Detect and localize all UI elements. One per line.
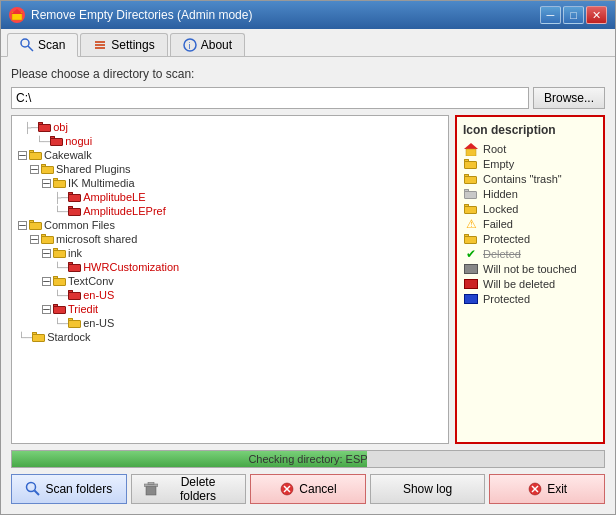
svg-rect-10 bbox=[466, 149, 476, 156]
svg-line-12 bbox=[35, 491, 40, 496]
settings-tab-label: Settings bbox=[111, 38, 154, 52]
tree-item: ├─ AmplitubeLE bbox=[16, 190, 444, 204]
delete-button-icon bbox=[144, 481, 159, 497]
item-label: Cakewalk bbox=[44, 149, 92, 161]
tree-item: ─ Common Files bbox=[16, 218, 444, 232]
show-log-label: Show log bbox=[403, 482, 452, 496]
legend-label: Empty bbox=[483, 158, 514, 170]
legend-item-protected: Protected bbox=[463, 233, 597, 245]
title-buttons: ─ □ ✕ bbox=[540, 6, 607, 24]
item-label: Shared Plugins bbox=[56, 163, 131, 175]
connector: └─ bbox=[54, 318, 68, 329]
content-area: Please choose a directory to scan: Brows… bbox=[1, 57, 615, 514]
svg-rect-13 bbox=[146, 486, 156, 495]
item-label: Common Files bbox=[44, 219, 115, 231]
svg-point-2 bbox=[21, 39, 29, 47]
expand-icon[interactable]: ─ bbox=[30, 235, 39, 244]
tree-item: ─ ink bbox=[16, 246, 444, 260]
tree-item: └─ HWRCustomization bbox=[16, 260, 444, 274]
legend-label: Failed bbox=[483, 218, 513, 230]
tree-item: └─ Stardock bbox=[16, 330, 444, 344]
item-label: AmplitubeLE bbox=[83, 191, 145, 203]
legend-label: Will not be touched bbox=[483, 263, 577, 275]
tree-item: ─ TextConv bbox=[16, 274, 444, 288]
exit-button-icon bbox=[527, 481, 543, 497]
app-icon bbox=[9, 7, 25, 23]
main-window: Remove Empty Directories (Admin mode) ─ … bbox=[0, 0, 616, 515]
legend-label: Will be deleted bbox=[483, 278, 555, 290]
connector: └─ bbox=[36, 136, 50, 147]
item-label: obj bbox=[53, 121, 68, 133]
expand-icon[interactable]: ─ bbox=[42, 305, 51, 314]
legend-item-empty: Empty bbox=[463, 158, 597, 170]
hidden-folder-icon bbox=[463, 188, 479, 200]
legend-item-failed: ⚠ Failed bbox=[463, 218, 597, 230]
delete-folders-button[interactable]: Delete folders bbox=[131, 474, 247, 504]
about-tab-icon: i bbox=[183, 38, 197, 52]
item-label: microsoft shared bbox=[56, 233, 137, 245]
folder-icon bbox=[53, 248, 66, 258]
item-label: IK Multimedia bbox=[68, 177, 135, 189]
item-label: AmplitudeLEPref bbox=[83, 205, 166, 217]
show-log-button[interactable]: Show log bbox=[370, 474, 486, 504]
legend-label: Hidden bbox=[483, 188, 518, 200]
tree-content[interactable]: ├─ obj └─ nogui ─ bbox=[12, 116, 448, 443]
exit-label: Exit bbox=[547, 482, 567, 496]
folder-icon bbox=[53, 304, 66, 314]
legend-label: Root bbox=[483, 143, 506, 155]
tab-scan[interactable]: Scan bbox=[7, 33, 78, 57]
maximize-button[interactable]: □ bbox=[563, 6, 584, 24]
expand-icon[interactable]: ─ bbox=[30, 165, 39, 174]
svg-marker-9 bbox=[464, 143, 478, 149]
item-label: HWRCustomization bbox=[83, 261, 179, 273]
tab-settings[interactable]: Settings bbox=[80, 33, 167, 56]
settings-tab-icon bbox=[93, 38, 107, 52]
legend-panel: Icon description Root bbox=[455, 115, 605, 444]
expand-icon[interactable]: ─ bbox=[42, 179, 51, 188]
svg-line-3 bbox=[28, 46, 33, 51]
check-icon: ✔ bbox=[466, 247, 476, 261]
svg-rect-15 bbox=[148, 482, 154, 485]
deleted-icon: ✔ bbox=[463, 248, 479, 260]
cancel-label: Cancel bbox=[299, 482, 336, 496]
tab-about[interactable]: i About bbox=[170, 33, 245, 56]
button-bar: Scan folders Delete folders bbox=[11, 474, 605, 504]
expand-icon[interactable]: ─ bbox=[18, 221, 27, 230]
directory-input[interactable] bbox=[11, 87, 529, 109]
folder-icon bbox=[68, 290, 81, 300]
folder-icon bbox=[38, 122, 51, 132]
item-label: en-US bbox=[83, 289, 114, 301]
expand-icon[interactable]: ─ bbox=[18, 151, 27, 160]
tree-item: ─ Cakewalk bbox=[16, 148, 444, 162]
tree-item: └─ nogui bbox=[16, 134, 444, 148]
blue-swatch bbox=[463, 293, 479, 305]
minimize-button[interactable]: ─ bbox=[540, 6, 561, 24]
tree-item: ─ Shared Plugins bbox=[16, 162, 444, 176]
folder-icon bbox=[32, 332, 45, 342]
cancel-button[interactable]: Cancel bbox=[250, 474, 366, 504]
warning-triangle-icon: ⚠ bbox=[466, 217, 477, 231]
cancel-button-icon bbox=[279, 481, 295, 497]
willnot-swatch bbox=[463, 263, 479, 275]
folder-icon bbox=[68, 318, 81, 328]
folder-icon bbox=[68, 262, 81, 272]
scan-tab-icon bbox=[20, 38, 34, 52]
expand-icon[interactable]: ─ bbox=[42, 249, 51, 258]
svg-text:i: i bbox=[188, 41, 190, 51]
item-label: nogui bbox=[65, 135, 92, 147]
scan-folders-label: Scan folders bbox=[45, 482, 112, 496]
svg-point-11 bbox=[27, 483, 36, 492]
legend-item-hidden: Hidden bbox=[463, 188, 597, 200]
tree-item: └─ en-US bbox=[16, 288, 444, 302]
item-label: en-US bbox=[83, 317, 114, 329]
close-button[interactable]: ✕ bbox=[586, 6, 607, 24]
connector: ├─ bbox=[24, 122, 38, 133]
scan-folders-button[interactable]: Scan folders bbox=[11, 474, 127, 504]
expand-icon[interactable]: ─ bbox=[42, 277, 51, 286]
legend-item-trash: Contains "trash" bbox=[463, 173, 597, 185]
tree-item: └─ en-US bbox=[16, 316, 444, 330]
browse-button[interactable]: Browse... bbox=[533, 87, 605, 109]
exit-button[interactable]: Exit bbox=[489, 474, 605, 504]
title-bar: Remove Empty Directories (Admin mode) ─ … bbox=[1, 1, 615, 29]
legend-item-willdelete: Will be deleted bbox=[463, 278, 597, 290]
